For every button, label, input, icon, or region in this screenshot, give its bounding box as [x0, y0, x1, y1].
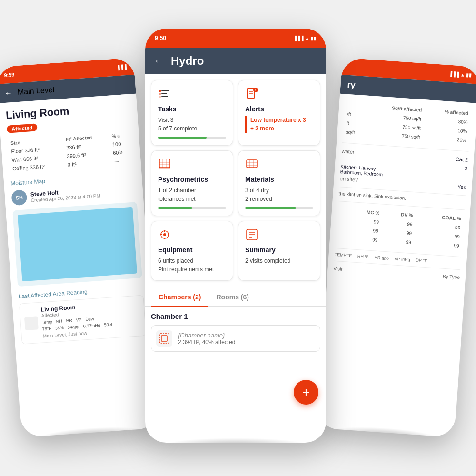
- left-signal: ▐▐▐: [116, 64, 127, 69]
- svg-rect-2: [159, 96, 161, 98]
- left-time: 9:59: [4, 71, 15, 78]
- summary-title: Summary: [245, 246, 313, 254]
- card-materials[interactable]: Materials 3 of 4 dry 2 removed: [238, 150, 320, 216]
- fab-add-button[interactable]: +: [294, 380, 318, 405]
- chamber-item-icon: [156, 330, 172, 347]
- chamber-section: Chamber 1 {Chamber name} 2,394 ft², 40% …: [145, 307, 326, 357]
- center-back-arrow[interactable]: ←: [154, 55, 164, 67]
- card-summary[interactable]: Summary 2 visits completed: [238, 221, 320, 281]
- floor-plan-inner: [18, 207, 137, 282]
- svg-rect-33: [161, 336, 167, 341]
- chamber-item-size: 2,394 ft², 40% affected: [178, 339, 236, 346]
- svg-rect-17: [247, 160, 257, 168]
- psychrometrics-text: 1 of 2 chamber tolerances met: [158, 186, 226, 203]
- cards-grid: Tasks Visit 3 5 of 7 complete ! Alerts: [145, 74, 326, 287]
- reading-icon: [24, 316, 39, 330]
- equipment-line2: Pint requirements met: [158, 266, 214, 273]
- left-phone: 9:59 ▐▐▐ ← Main Level Living Room Affect…: [0, 58, 159, 437]
- user-row: SH Steve Holt Created Apr 26, 2023 at 4:…: [11, 182, 137, 206]
- center-status-bar: 9:50 ▐▐▐ ▲ ▮▮: [145, 29, 326, 48]
- chamber-item-name: {Chamber name}: [178, 332, 236, 339]
- affected-badge: Affected: [7, 123, 38, 133]
- tab-chambers[interactable]: Chambers (2): [151, 288, 208, 307]
- materials-icon: [245, 158, 313, 173]
- summary-icon: [245, 228, 313, 243]
- summary-text: 2 visits completed: [245, 257, 313, 265]
- chamber-info: {Chamber name} 2,394 ft², 40% affected: [178, 332, 236, 346]
- materials-progress-fill: [245, 207, 296, 209]
- tasks-line1: Visit 3: [158, 117, 173, 123]
- center-signal: ▐▐▐ ▲ ▮▮: [293, 36, 317, 41]
- note-text: the kitchen sink. Sink explosion.: [338, 191, 465, 205]
- alert-line1: Low temperature x 3: [250, 117, 306, 123]
- left-back-arrow[interactable]: ←: [4, 88, 13, 98]
- tabs-row: Chambers (2) Rooms (6): [145, 288, 326, 307]
- right-nav-title: ry: [347, 79, 356, 90]
- psychrometrics-line1: 1 of 2 chamber: [158, 187, 196, 194]
- summary-line1: 2 visits completed: [245, 258, 290, 264]
- tasks-text: Visit 3 5 of 7 complete: [158, 116, 226, 133]
- card-alerts[interactable]: ! Alerts Low temperature x 3 + 2 more: [238, 80, 320, 146]
- materials-line1: 3 of 4 dry: [245, 187, 269, 194]
- user-info: Steve Holt Created Apr 26, 2023 at 4:00 …: [30, 186, 100, 203]
- size-table: Size Ft² Affected % a Floor 336 ft²336 f…: [8, 130, 134, 173]
- materials-line2: 2 removed: [245, 196, 272, 202]
- right-signal: ▐▐▐ ▲ ▮▮: [449, 71, 472, 78]
- readings-table: MC % DV % GOAL % 999999 999999 999999: [335, 205, 464, 251]
- tab-rooms[interactable]: Rooms (6): [208, 288, 256, 307]
- equipment-line1: 6 units placed: [158, 258, 193, 264]
- svg-rect-32: [159, 334, 169, 343]
- center-nav-header: ← Hydro: [145, 48, 326, 74]
- tasks-progress-fill: [158, 137, 207, 139]
- tasks-title: Tasks: [158, 105, 226, 113]
- left-content: Living Room Affected Size Ft² Affected %…: [0, 94, 153, 352]
- equipment-icon: [158, 228, 226, 243]
- floor-plan: [12, 202, 142, 287]
- psychrometrics-line2: tolerances met: [158, 196, 196, 202]
- psychrometrics-progress: [158, 207, 226, 209]
- chamber-label: Chamber 1: [151, 312, 320, 320]
- alert-line2: + 2 more: [250, 125, 274, 132]
- card-equipment[interactable]: Equipment 6 units placed Pint requiremen…: [151, 221, 233, 281]
- reading-row: Living Room Affected TempRHHRVPDew 78°F3…: [19, 295, 146, 345]
- alerts-text: Low temperature x 3 + 2 more: [245, 116, 313, 133]
- psychrometrics-title: Psychrometrics: [158, 176, 226, 183]
- svg-rect-16: [159, 168, 170, 169]
- center-time: 9:50: [155, 35, 166, 41]
- tasks-line2: 5 of 7 complete: [158, 125, 197, 132]
- right-data-table: Sq/ft affected% affected /ft750 sq/ft30%…: [343, 99, 472, 145]
- equipment-title: Equipment: [158, 246, 226, 254]
- materials-title: Materials: [245, 176, 313, 183]
- temp-headers: TEMP °FRH %HR gppVP inHgDP °F: [334, 252, 461, 266]
- psychrometrics-progress-fill: [158, 207, 192, 209]
- tasks-progress: [158, 137, 226, 139]
- svg-rect-1: [159, 93, 161, 95]
- right-phone: ▐▐▐ ▲ ▮▮ ry Sq/ft affected% affected /ft…: [317, 58, 476, 437]
- psychrometrics-icon: [158, 158, 226, 173]
- avatar: SH: [11, 189, 27, 206]
- card-tasks[interactable]: Tasks Visit 3 5 of 7 complete: [151, 80, 233, 146]
- reading-details: Living Room Affected TempRHHRVPDew 78°F3…: [40, 301, 113, 338]
- room-title: Living Room: [5, 101, 130, 122]
- tasks-icon: [158, 87, 226, 102]
- card-psychrometrics[interactable]: Psychrometrics 1 of 2 chamber tolerances…: [151, 150, 233, 216]
- left-nav-title: Main Level: [17, 86, 54, 97]
- svg-rect-11: [159, 159, 170, 168]
- alerts-title: Alerts: [245, 105, 313, 113]
- svg-point-23: [163, 233, 166, 236]
- chart-label-visit: Visit: [333, 266, 342, 272]
- equipment-text: 6 units placed Pint requirements met: [158, 257, 226, 274]
- materials-progress: [245, 207, 313, 209]
- alerts-icon: !: [245, 87, 313, 102]
- center-page-title: Hydro: [171, 54, 204, 68]
- svg-text:!: !: [255, 89, 256, 92]
- right-content: Sq/ft affected% affected /ft750 sq/ft30%…: [327, 94, 476, 286]
- chart-label-type: By Type: [443, 274, 460, 280]
- center-phone: 9:50 ▐▐▐ ▲ ▮▮ ← Hydro Tasks Visit: [145, 29, 326, 443]
- materials-text: 3 of 4 dry 2 removed: [245, 186, 313, 203]
- svg-rect-0: [159, 90, 161, 92]
- chamber-item[interactable]: {Chamber name} 2,394 ft², 40% affected: [151, 325, 320, 352]
